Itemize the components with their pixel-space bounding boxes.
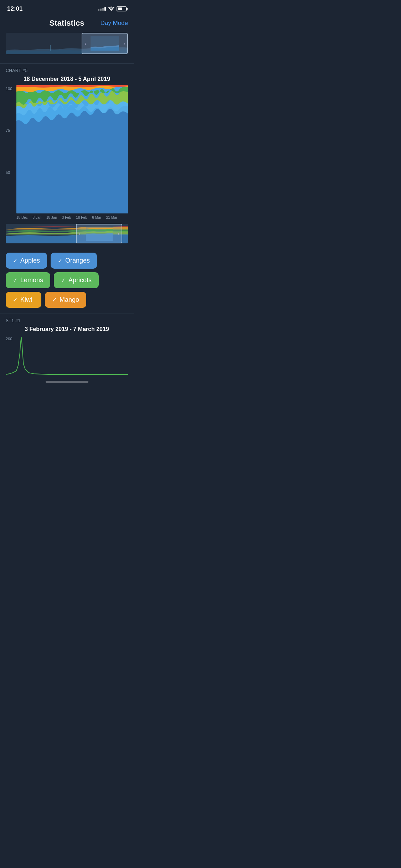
filter-kiwi-label: Kiwi	[20, 296, 32, 304]
section2-y-label: 260	[6, 335, 12, 341]
y-axis: 100 75 50	[6, 85, 12, 213]
home-indicator	[0, 378, 134, 385]
svg-rect-6	[6, 335, 128, 378]
day-mode-button[interactable]: Day Mode	[101, 20, 128, 27]
section2-label: ST1 #1	[6, 318, 128, 323]
selector-right-arrow[interactable]: ›	[123, 41, 125, 46]
mini-chart-background: ‹ ›	[6, 33, 128, 54]
signal-icon	[98, 7, 106, 11]
filter-lemons-label: Lemons	[20, 277, 43, 284]
chart5-section: CHART #5 18 December 2018 - 5 April 2019…	[0, 68, 134, 219]
x-label-5: 18 Feb	[76, 216, 87, 219]
filter-lemons[interactable]: ✓ Lemons	[6, 272, 50, 288]
selector-left-arrow[interactable]: ‹	[84, 41, 86, 46]
main-chart: 100 75 50	[6, 85, 128, 213]
bottom-mini-chart-bg: ‹ ›	[6, 224, 128, 243]
y-label-75: 75	[6, 128, 12, 133]
filter-oranges-label: Oranges	[65, 257, 90, 264]
section2-chart: 260	[6, 335, 128, 378]
check-icon-oranges: ✓	[58, 257, 62, 264]
filter-mango-label: Mango	[60, 296, 79, 304]
chart-area	[16, 85, 128, 213]
battery-icon	[117, 6, 127, 11]
filter-kiwi[interactable]: ✓ Kiwi	[6, 292, 41, 308]
header: Statistics Day Mode	[0, 16, 134, 33]
filter-oranges[interactable]: ✓ Oranges	[51, 253, 97, 269]
status-time: 12:01	[7, 5, 22, 12]
check-icon-apples: ✓	[13, 257, 17, 264]
filter-apricots[interactable]: ✓ Apricots	[54, 272, 99, 288]
home-bar	[46, 381, 88, 383]
status-bar: 12:01	[0, 0, 134, 16]
section2-date-range: 3 February 2019 - 7 March 2019	[6, 326, 128, 332]
x-label-2: 3 Jan	[33, 216, 41, 219]
bottom-selector-left-arrow[interactable]: ‹	[79, 231, 81, 237]
filter-buttons-container: ✓ Apples ✓ Oranges ✓ Lemons ✓ Apricots ✓…	[0, 253, 134, 314]
filter-apples-label: Apples	[20, 257, 40, 264]
chart5-date-range: 18 December 2018 - 5 April 2019	[6, 76, 128, 82]
page-title: Statistics	[50, 19, 84, 28]
check-icon-apricots: ✓	[61, 277, 66, 284]
bottom-chart-selector[interactable]: ‹ ›	[76, 224, 122, 243]
section2: ST1 #1 3 February 2019 - 7 March 2019 26…	[0, 318, 134, 378]
top-mini-chart: ‹ ›	[0, 33, 134, 58]
x-label-6: 6 Mar	[92, 216, 101, 219]
divider-1	[0, 63, 134, 64]
check-icon-kiwi: ✓	[13, 296, 17, 303]
filter-apricots-label: Apricots	[68, 277, 92, 284]
filter-apples[interactable]: ✓ Apples	[6, 253, 47, 269]
filter-mango[interactable]: ✓ Mango	[45, 292, 86, 308]
chart-svg	[16, 85, 128, 213]
check-icon-mango: ✓	[52, 296, 57, 303]
x-axis: 18 Dec 3 Jan 18 Jan 3 Feb 18 Feb 6 Mar 2…	[6, 213, 128, 219]
chart5-label: CHART #5	[6, 68, 128, 73]
x-label-4: 3 Feb	[62, 216, 71, 219]
check-icon-lemons: ✓	[13, 277, 17, 284]
top-chart-selector[interactable]: ‹ ›	[82, 33, 128, 54]
wifi-icon	[108, 6, 114, 11]
section2-chart-svg	[6, 335, 128, 378]
x-label-1: 18 Dec	[16, 216, 28, 219]
bottom-selector-right-arrow[interactable]: ›	[118, 231, 119, 237]
status-icons	[98, 6, 127, 11]
y-label-100: 100	[6, 87, 12, 91]
divider-2	[0, 314, 134, 314]
x-label-7: 21 Mar	[106, 216, 117, 219]
bottom-mini-chart: ‹ ›	[0, 224, 134, 247]
x-label-3: 18 Jan	[46, 216, 57, 219]
y-label-50: 50	[6, 170, 12, 175]
